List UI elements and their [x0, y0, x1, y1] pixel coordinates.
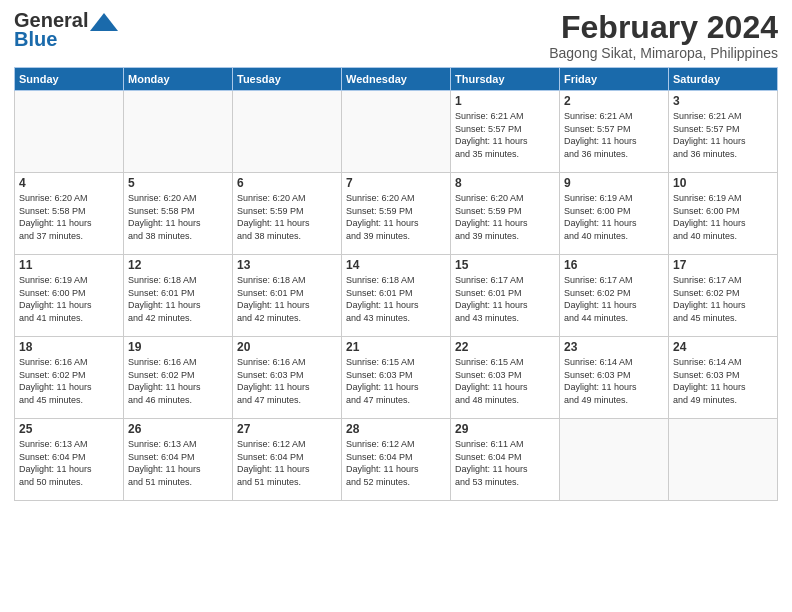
table-row: 29Sunrise: 6:11 AM Sunset: 6:04 PM Dayli…	[451, 419, 560, 501]
day-number: 27	[237, 422, 337, 436]
table-row: 4Sunrise: 6:20 AM Sunset: 5:58 PM Daylig…	[15, 173, 124, 255]
svg-marker-0	[90, 13, 118, 31]
day-info: Sunrise: 6:16 AM Sunset: 6:03 PM Dayligh…	[237, 356, 337, 406]
calendar-week-row: 25Sunrise: 6:13 AM Sunset: 6:04 PM Dayli…	[15, 419, 778, 501]
day-number: 11	[19, 258, 119, 272]
day-number: 16	[564, 258, 664, 272]
title-block: February 2024 Bagong Sikat, Mimaropa, Ph…	[549, 10, 778, 61]
day-info: Sunrise: 6:21 AM Sunset: 5:57 PM Dayligh…	[673, 110, 773, 160]
table-row: 23Sunrise: 6:14 AM Sunset: 6:03 PM Dayli…	[560, 337, 669, 419]
day-info: Sunrise: 6:20 AM Sunset: 5:59 PM Dayligh…	[237, 192, 337, 242]
day-info: Sunrise: 6:20 AM Sunset: 5:59 PM Dayligh…	[346, 192, 446, 242]
day-info: Sunrise: 6:16 AM Sunset: 6:02 PM Dayligh…	[128, 356, 228, 406]
logo-blue: Blue	[14, 29, 57, 49]
table-row: 19Sunrise: 6:16 AM Sunset: 6:02 PM Dayli…	[124, 337, 233, 419]
logo-text-block: General Blue	[14, 10, 118, 49]
col-sunday: Sunday	[15, 68, 124, 91]
day-number: 23	[564, 340, 664, 354]
day-number: 9	[564, 176, 664, 190]
col-monday: Monday	[124, 68, 233, 91]
day-info: Sunrise: 6:18 AM Sunset: 6:01 PM Dayligh…	[237, 274, 337, 324]
day-number: 8	[455, 176, 555, 190]
day-info: Sunrise: 6:21 AM Sunset: 5:57 PM Dayligh…	[564, 110, 664, 160]
day-info: Sunrise: 6:16 AM Sunset: 6:02 PM Dayligh…	[19, 356, 119, 406]
table-row: 5Sunrise: 6:20 AM Sunset: 5:58 PM Daylig…	[124, 173, 233, 255]
header: General Blue February 2024 Bagong Sikat,…	[14, 10, 778, 61]
day-number: 19	[128, 340, 228, 354]
calendar-table: Sunday Monday Tuesday Wednesday Thursday…	[14, 67, 778, 501]
col-wednesday: Wednesday	[342, 68, 451, 91]
page: General Blue February 2024 Bagong Sikat,…	[0, 0, 792, 612]
day-info: Sunrise: 6:19 AM Sunset: 6:00 PM Dayligh…	[673, 192, 773, 242]
calendar-week-row: 4Sunrise: 6:20 AM Sunset: 5:58 PM Daylig…	[15, 173, 778, 255]
day-info: Sunrise: 6:20 AM Sunset: 5:58 PM Dayligh…	[128, 192, 228, 242]
table-row: 3Sunrise: 6:21 AM Sunset: 5:57 PM Daylig…	[669, 91, 778, 173]
day-info: Sunrise: 6:13 AM Sunset: 6:04 PM Dayligh…	[19, 438, 119, 488]
calendar-week-row: 18Sunrise: 6:16 AM Sunset: 6:02 PM Dayli…	[15, 337, 778, 419]
day-number: 17	[673, 258, 773, 272]
table-row: 9Sunrise: 6:19 AM Sunset: 6:00 PM Daylig…	[560, 173, 669, 255]
table-row: 21Sunrise: 6:15 AM Sunset: 6:03 PM Dayli…	[342, 337, 451, 419]
day-number: 5	[128, 176, 228, 190]
calendar-week-row: 1Sunrise: 6:21 AM Sunset: 5:57 PM Daylig…	[15, 91, 778, 173]
table-row: 16Sunrise: 6:17 AM Sunset: 6:02 PM Dayli…	[560, 255, 669, 337]
table-row: 27Sunrise: 6:12 AM Sunset: 6:04 PM Dayli…	[233, 419, 342, 501]
table-row	[560, 419, 669, 501]
logo: General Blue	[14, 10, 118, 49]
day-info: Sunrise: 6:15 AM Sunset: 6:03 PM Dayligh…	[346, 356, 446, 406]
col-saturday: Saturday	[669, 68, 778, 91]
table-row: 17Sunrise: 6:17 AM Sunset: 6:02 PM Dayli…	[669, 255, 778, 337]
day-info: Sunrise: 6:12 AM Sunset: 6:04 PM Dayligh…	[237, 438, 337, 488]
day-number: 7	[346, 176, 446, 190]
day-info: Sunrise: 6:15 AM Sunset: 6:03 PM Dayligh…	[455, 356, 555, 406]
calendar-header-row: Sunday Monday Tuesday Wednesday Thursday…	[15, 68, 778, 91]
day-number: 18	[19, 340, 119, 354]
table-row: 24Sunrise: 6:14 AM Sunset: 6:03 PM Dayli…	[669, 337, 778, 419]
day-number: 21	[346, 340, 446, 354]
day-number: 22	[455, 340, 555, 354]
table-row: 28Sunrise: 6:12 AM Sunset: 6:04 PM Dayli…	[342, 419, 451, 501]
day-info: Sunrise: 6:13 AM Sunset: 6:04 PM Dayligh…	[128, 438, 228, 488]
day-number: 26	[128, 422, 228, 436]
day-number: 29	[455, 422, 555, 436]
table-row: 7Sunrise: 6:20 AM Sunset: 5:59 PM Daylig…	[342, 173, 451, 255]
table-row: 20Sunrise: 6:16 AM Sunset: 6:03 PM Dayli…	[233, 337, 342, 419]
day-info: Sunrise: 6:12 AM Sunset: 6:04 PM Dayligh…	[346, 438, 446, 488]
table-row: 6Sunrise: 6:20 AM Sunset: 5:59 PM Daylig…	[233, 173, 342, 255]
day-number: 4	[19, 176, 119, 190]
day-info: Sunrise: 6:17 AM Sunset: 6:01 PM Dayligh…	[455, 274, 555, 324]
month-year: February 2024	[549, 10, 778, 45]
day-info: Sunrise: 6:20 AM Sunset: 5:58 PM Dayligh…	[19, 192, 119, 242]
day-info: Sunrise: 6:17 AM Sunset: 6:02 PM Dayligh…	[564, 274, 664, 324]
table-row: 11Sunrise: 6:19 AM Sunset: 6:00 PM Dayli…	[15, 255, 124, 337]
day-number: 3	[673, 94, 773, 108]
day-number: 2	[564, 94, 664, 108]
day-number: 14	[346, 258, 446, 272]
table-row: 13Sunrise: 6:18 AM Sunset: 6:01 PM Dayli…	[233, 255, 342, 337]
day-number: 6	[237, 176, 337, 190]
table-row: 18Sunrise: 6:16 AM Sunset: 6:02 PM Dayli…	[15, 337, 124, 419]
table-row: 2Sunrise: 6:21 AM Sunset: 5:57 PM Daylig…	[560, 91, 669, 173]
day-info: Sunrise: 6:20 AM Sunset: 5:59 PM Dayligh…	[455, 192, 555, 242]
day-info: Sunrise: 6:14 AM Sunset: 6:03 PM Dayligh…	[673, 356, 773, 406]
day-info: Sunrise: 6:18 AM Sunset: 6:01 PM Dayligh…	[346, 274, 446, 324]
table-row: 8Sunrise: 6:20 AM Sunset: 5:59 PM Daylig…	[451, 173, 560, 255]
table-row: 10Sunrise: 6:19 AM Sunset: 6:00 PM Dayli…	[669, 173, 778, 255]
day-number: 24	[673, 340, 773, 354]
col-tuesday: Tuesday	[233, 68, 342, 91]
day-number: 13	[237, 258, 337, 272]
day-info: Sunrise: 6:19 AM Sunset: 6:00 PM Dayligh…	[19, 274, 119, 324]
day-info: Sunrise: 6:11 AM Sunset: 6:04 PM Dayligh…	[455, 438, 555, 488]
table-row: 1Sunrise: 6:21 AM Sunset: 5:57 PM Daylig…	[451, 91, 560, 173]
day-number: 12	[128, 258, 228, 272]
table-row: 12Sunrise: 6:18 AM Sunset: 6:01 PM Dayli…	[124, 255, 233, 337]
day-info: Sunrise: 6:21 AM Sunset: 5:57 PM Dayligh…	[455, 110, 555, 160]
table-row: 14Sunrise: 6:18 AM Sunset: 6:01 PM Dayli…	[342, 255, 451, 337]
day-number: 20	[237, 340, 337, 354]
day-number: 28	[346, 422, 446, 436]
table-row	[233, 91, 342, 173]
calendar-week-row: 11Sunrise: 6:19 AM Sunset: 6:00 PM Dayli…	[15, 255, 778, 337]
day-number: 25	[19, 422, 119, 436]
day-info: Sunrise: 6:17 AM Sunset: 6:02 PM Dayligh…	[673, 274, 773, 324]
day-number: 1	[455, 94, 555, 108]
